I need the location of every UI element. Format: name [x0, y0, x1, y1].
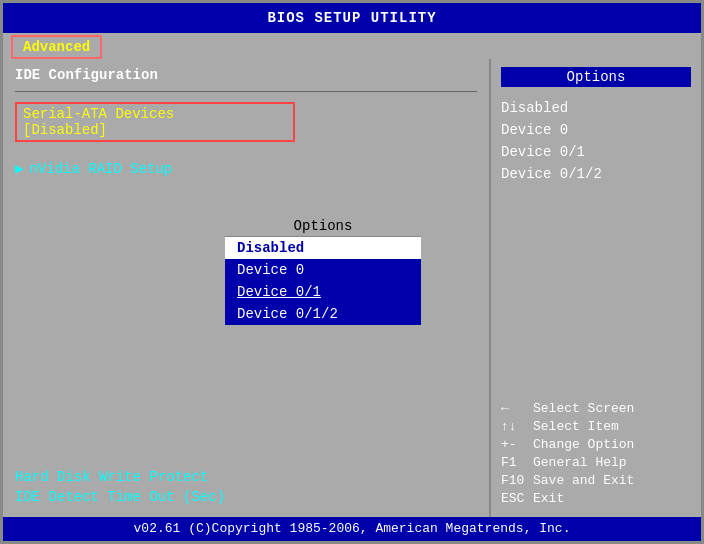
options-header: Options — [501, 67, 691, 87]
option-3: Device 0/1/2 — [501, 166, 691, 182]
selected-item[interactable]: Serial-ATA Devices [Disabled] — [15, 102, 295, 142]
right-panel: Options Disabled Device 0 Device 0/1 Dev… — [491, 59, 701, 517]
help-key-1: ↑↓ — [501, 419, 529, 434]
section-title: IDE Configuration — [15, 67, 477, 83]
top-bar: BIOS SETUP UTILITY — [3, 3, 701, 33]
popup-item-0[interactable]: Disabled — [225, 237, 421, 259]
popup-item-3[interactable]: Device 0/1/2 — [225, 303, 421, 325]
help-desc-5: Exit — [533, 491, 564, 506]
help-section: ← Select Screen ↑↓ Select Item +- Change… — [501, 390, 691, 509]
option-2: Device 0/1 — [501, 144, 691, 160]
help-desc-1: Select Item — [533, 419, 619, 434]
help-row-5: ESC Exit — [501, 491, 691, 506]
help-row-1: ↑↓ Select Item — [501, 419, 691, 434]
popup-overlay: Options Disabled Device 0 Device 0/1 Dev… — [223, 214, 423, 327]
arrow-icon: ▶ — [15, 160, 23, 177]
main-area: IDE Configuration Serial-ATA Devices [Di… — [3, 59, 701, 517]
help-key-4: F10 — [501, 473, 529, 488]
help-row-4: F10 Save and Exit — [501, 473, 691, 488]
footer-bar: v02.61 (C)Copyright 1985-2006, American … — [3, 517, 701, 541]
popup-item-1[interactable]: Device 0 — [225, 259, 421, 281]
help-row-3: F1 General Help — [501, 455, 691, 470]
menu-item-nvidia[interactable]: ▶ nVidia RAID Setup — [15, 160, 477, 177]
popup-item-2[interactable]: Device 0/1 — [225, 281, 421, 303]
bottom-items: Hard Disk Write Protect IDE Detect Time … — [15, 455, 477, 509]
popup-box: Options Disabled Device 0 Device 0/1 Dev… — [223, 214, 423, 327]
left-panel: IDE Configuration Serial-ATA Devices [Di… — [3, 59, 491, 517]
tab-row: Advanced — [3, 33, 701, 59]
selected-item-value: [Disabled] — [23, 122, 107, 138]
option-1: Device 0 — [501, 122, 691, 138]
bottom-item-0[interactable]: Hard Disk Write Protect — [15, 469, 477, 485]
selected-item-label: Serial-ATA Devices — [23, 106, 174, 122]
help-desc-4: Save and Exit — [533, 473, 634, 488]
help-desc-3: General Help — [533, 455, 627, 470]
help-key-3: F1 — [501, 455, 529, 470]
menu-item-label: nVidia RAID Setup — [29, 161, 172, 177]
help-key-5: ESC — [501, 491, 529, 506]
help-row-2: +- Change Option — [501, 437, 691, 452]
footer-text: v02.61 (C)Copyright 1985-2006, American … — [134, 521, 571, 536]
help-key-2: +- — [501, 437, 529, 452]
help-key-0: ← — [501, 401, 529, 416]
tab-advanced[interactable]: Advanced — [11, 35, 102, 59]
bios-title: BIOS SETUP UTILITY — [3, 10, 701, 26]
help-row-0: ← Select Screen — [501, 401, 691, 416]
divider — [15, 91, 477, 92]
bottom-item-1[interactable]: IDE Detect Time Out (Sec) — [15, 489, 477, 505]
help-desc-2: Change Option — [533, 437, 634, 452]
help-desc-0: Select Screen — [533, 401, 634, 416]
popup-header: Options — [225, 216, 421, 237]
option-0: Disabled — [501, 100, 691, 116]
